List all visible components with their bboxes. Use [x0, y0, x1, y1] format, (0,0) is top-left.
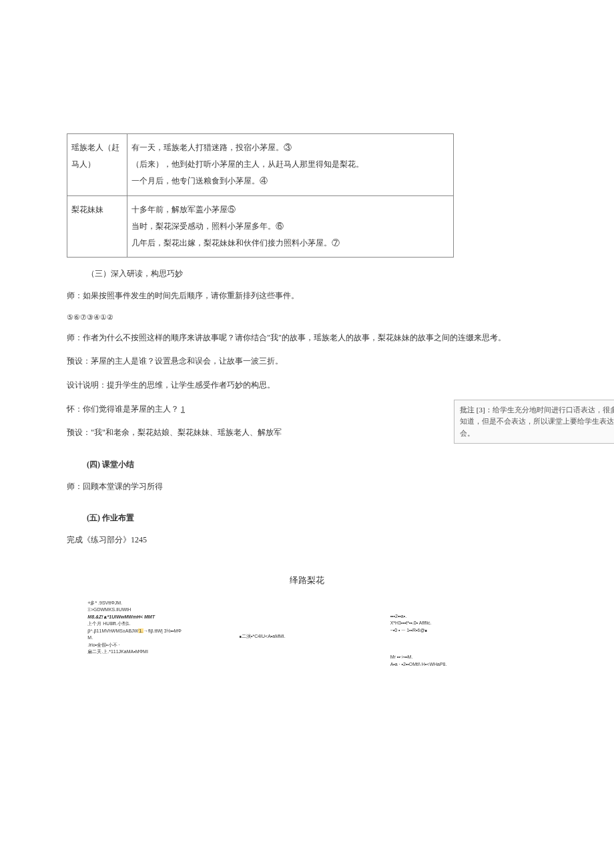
section-3-title: （三）深入研读，构思巧妙: [87, 268, 547, 280]
event-line: 几年后，梨花出嫁，梨花妹妹和伙伴们接力照料小茅屋。⑦: [131, 235, 449, 252]
diagram-line: A•a · •2••OMtI\ H•<WHaP8.: [390, 661, 527, 669]
highlight-icon: 1.: [138, 628, 143, 633]
diagram-col-3: •••2••a•. X*H3•••t*••.0• Aflflic. ~•0 • …: [390, 600, 527, 669]
question-with-annotation: 怀：你们觉得谁是茅屋的主人？ 1 批注 [3]：给学生充分地时间进行口语表达，很…: [67, 402, 547, 417]
diagram-line: M8.&Z!∎.*1UlWwMWmH< MMT: [87, 614, 224, 621]
event-line: 当时，梨花深受感动，照料小茅屋多年。⑥: [131, 218, 449, 235]
events-cell: 有一天，瑶族老人打猎迷路，投宿小茅屋。③ （后来），他到处打听小茅屋的主人，从赶…: [127, 134, 454, 196]
comment-annotation: 批注 [3]：给学生充分地时间进行口语表达，很多时候都知道，但是不会表达，所以课…: [454, 400, 614, 444]
diagram-line: .lrio•全假•小不 ·: [87, 642, 224, 649]
events-table: 瑶族老人（赶马人） 有一天，瑶族老人打猎迷路，投宿小茅屋。③ （后来），他到处打…: [67, 133, 454, 258]
section-5-title: (五) 作业布置: [87, 512, 547, 524]
event-line: 一个月后，他专门送粮食到小茅屋。④: [131, 173, 449, 189]
diagram-line: •••2••a•.: [390, 613, 527, 620]
teacher-question-1: 师：如果按照事件发生的时间先后顺序，请你重新排列这些事件。: [67, 289, 547, 304]
table-row: 梨花妹妹 十多年前，解放军盖小茅屋⑤ 当时，梨花深受感动，照料小茅屋多年。⑥ 几…: [67, 195, 454, 258]
notes-diagram: +多* .9SVttΦJM. Ξ>GDWMKS.lIUWtH M8.&Z!∎.*…: [67, 600, 547, 669]
event-line: 十多年前，解放军盖小茅屋⑤: [131, 201, 449, 218]
annotation-label: 批注 [3]：: [460, 406, 493, 414]
diagram-line: M.: [87, 634, 224, 642]
diagram-line: X*H3•••t*••.0• Aflflic.: [390, 620, 527, 627]
answer-sequence: ⑤⑥⑦③④①②: [67, 313, 547, 322]
q3-text: 怀：你们觉得谁是茅屋的主人？: [67, 404, 179, 414]
person-name: 瑶族老人（赶马人）: [71, 143, 119, 169]
table-row: 瑶族老人（赶马人） 有一天，瑶族老人打猎迷路，投宿小茅屋。③ （后来），他到处打…: [67, 134, 454, 196]
diagram-line: +多* .9SVttΦJM.: [87, 600, 224, 607]
preset-answer-1: 预设：茅屋的主人是谁？设置悬念和误会，让故事一波三折。: [67, 354, 547, 369]
q3-underline-num: 1: [181, 404, 185, 414]
person-name: 梨花妹妹: [71, 205, 103, 214]
diagram-frag: β^.β11MVhWMS±ABJW: [87, 628, 138, 633]
diagram-line: 扁二天.上.*111JKaMA•MΦMI: [87, 648, 224, 656]
diagram-line: ∎二演•*C4IU<A•aMMI.: [239, 633, 375, 640]
diagram-line: Ξ>GDWMKS.lIUWtH: [87, 606, 224, 614]
teacher-question-2: 师：作者为什么不按照这样的顺序来讲故事呢？请你结合"我"的故事，瑶族老人的故事，…: [67, 331, 547, 346]
diagram-spacer: [390, 634, 527, 654]
section-4-text: 师：回顾本堂课的学习所得: [67, 480, 547, 494]
diagram-frag: →flβ.ttW| 3½••MΦ: [143, 628, 182, 633]
diagram-line: β^.β11MVhWMS±ABJW1.→flβ.ttW| 3½••MΦ: [87, 628, 224, 635]
section-5-text: 完成《练习部分》1245: [67, 533, 547, 548]
diagram-col-1: +多* .9SVttΦJM. Ξ>GDWMKS.lIUWtH M8.&Z!∎.*…: [87, 600, 224, 669]
diagram-title: 绎路梨花: [67, 574, 547, 586]
event-line: （后来），他到处打听小茅屋的主人，从赶马人那里得知是梨花。: [131, 156, 449, 173]
section-4-title: (四) 课堂小结: [87, 459, 547, 470]
design-note: 设计说明：提升学生的思维，让学生感受作者巧妙的构思。: [67, 378, 547, 393]
diagram-line: 上个月 HU8lft.小剂1.: [87, 620, 224, 628]
events-cell: 十多年前，解放军盖小茅屋⑤ 当时，梨花深受感动，照料小茅屋多年。⑥ 几年后，梨花…: [127, 195, 454, 258]
document-page: 瑶族老人（赶马人） 有一天，瑶族老人打猎迷路，投宿小茅屋。③ （后来），他到处打…: [0, 0, 614, 735]
event-line: 有一天，瑶族老人打猎迷路，投宿小茅屋。③: [131, 139, 449, 156]
diagram-col-2: ∎二演•*C4IU<A•aMMI.: [239, 600, 375, 669]
person-cell: 梨花妹妹: [67, 195, 127, 258]
diagram-line: ~•0 • ··· 1••R•6@∎: [390, 627, 527, 634]
person-cell: 瑶族老人（赶马人）: [67, 134, 127, 196]
diagram-line: Mr ••·>••M.: [390, 654, 527, 661]
